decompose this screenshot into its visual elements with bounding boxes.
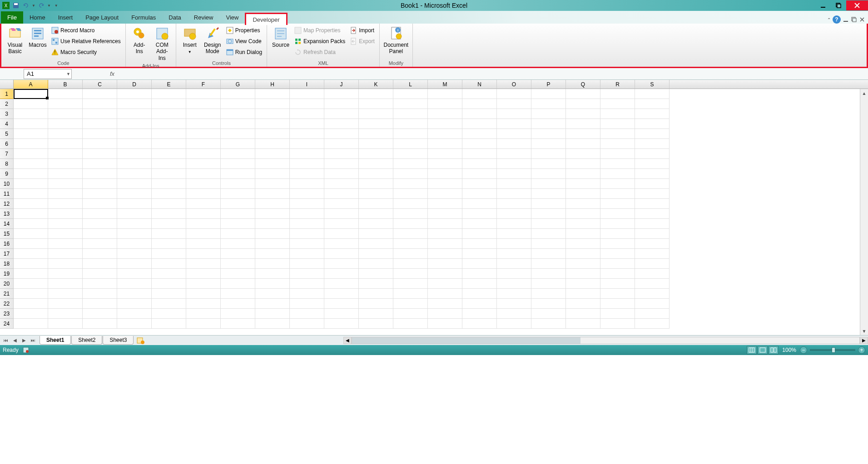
cell-C3[interactable] xyxy=(83,109,117,119)
cell-F6[interactable] xyxy=(186,139,221,149)
cell-B22[interactable] xyxy=(48,299,83,309)
cell-E12[interactable] xyxy=(152,199,186,209)
cell-E22[interactable] xyxy=(152,299,186,309)
cell-J6[interactable] xyxy=(324,139,359,149)
cell-B23[interactable] xyxy=(48,309,83,319)
select-all-corner[interactable] xyxy=(0,80,14,89)
cell-Q15[interactable] xyxy=(566,229,600,239)
cell-M5[interactable] xyxy=(428,129,462,139)
row-header-2[interactable]: 2 xyxy=(0,99,14,109)
cell-D20[interactable] xyxy=(117,279,152,289)
cell-C12[interactable] xyxy=(83,199,117,209)
cell-L13[interactable] xyxy=(393,209,428,219)
cell-N4[interactable] xyxy=(462,119,497,129)
record-macro-button[interactable]: Record Macro xyxy=(50,25,123,35)
row-header-20[interactable]: 20 xyxy=(0,279,14,289)
cell-D15[interactable] xyxy=(117,229,152,239)
cell-F23[interactable] xyxy=(186,309,221,319)
cell-K1[interactable] xyxy=(359,89,393,99)
cell-C23[interactable] xyxy=(83,309,117,319)
cell-N24[interactable] xyxy=(462,319,497,329)
cell-J19[interactable] xyxy=(324,269,359,279)
cell-S14[interactable] xyxy=(635,219,670,229)
cell-A20[interactable] xyxy=(14,279,48,289)
cell-I5[interactable] xyxy=(290,129,324,139)
cell-F16[interactable] xyxy=(186,239,221,249)
cell-I22[interactable] xyxy=(290,299,324,309)
cell-J7[interactable] xyxy=(324,149,359,159)
cell-Q21[interactable] xyxy=(566,289,600,299)
cell-K20[interactable] xyxy=(359,279,393,289)
cell-B24[interactable] xyxy=(48,319,83,329)
cell-D2[interactable] xyxy=(117,99,152,109)
col-header-B[interactable]: B xyxy=(48,80,83,89)
cell-M21[interactable] xyxy=(428,289,462,299)
row-header-22[interactable]: 22 xyxy=(0,299,14,309)
minimize-button[interactable] xyxy=(815,0,831,10)
cell-D23[interactable] xyxy=(117,309,152,319)
cell-Q7[interactable] xyxy=(566,149,600,159)
cell-F7[interactable] xyxy=(186,149,221,159)
view-normal-button[interactable] xyxy=(747,346,757,354)
cell-C7[interactable] xyxy=(83,149,117,159)
cell-H16[interactable] xyxy=(255,239,290,249)
cell-E11[interactable] xyxy=(152,189,186,199)
cell-M10[interactable] xyxy=(428,179,462,189)
qat-customize-icon[interactable]: ▼ xyxy=(55,4,58,8)
cell-C5[interactable] xyxy=(83,129,117,139)
cell-R14[interactable] xyxy=(600,219,635,229)
cell-D5[interactable] xyxy=(117,129,152,139)
cell-G24[interactable] xyxy=(221,319,255,329)
cell-K4[interactable] xyxy=(359,119,393,129)
cell-E8[interactable] xyxy=(152,159,186,169)
cell-P24[interactable] xyxy=(531,319,566,329)
cell-I20[interactable] xyxy=(290,279,324,289)
cell-K22[interactable] xyxy=(359,299,393,309)
cell-N9[interactable] xyxy=(462,169,497,179)
cell-M1[interactable] xyxy=(428,89,462,99)
cell-B14[interactable] xyxy=(48,219,83,229)
cell-C19[interactable] xyxy=(83,269,117,279)
scroll-down-icon[interactable]: ▼ xyxy=(860,327,868,335)
row-header-1[interactable]: 1 xyxy=(0,89,14,99)
cell-A14[interactable] xyxy=(14,219,48,229)
cell-S12[interactable] xyxy=(635,199,670,209)
cell-A16[interactable] xyxy=(14,239,48,249)
cell-G17[interactable] xyxy=(221,249,255,259)
cell-L21[interactable] xyxy=(393,289,428,299)
cell-Q2[interactable] xyxy=(566,99,600,109)
zoom-out-button[interactable]: − xyxy=(800,346,807,354)
cell-J17[interactable] xyxy=(324,249,359,259)
cell-H22[interactable] xyxy=(255,299,290,309)
cell-L22[interactable] xyxy=(393,299,428,309)
row-header-9[interactable]: 9 xyxy=(0,169,14,179)
cell-M24[interactable] xyxy=(428,319,462,329)
cell-I4[interactable] xyxy=(290,119,324,129)
cell-G5[interactable] xyxy=(221,129,255,139)
cell-K8[interactable] xyxy=(359,159,393,169)
cell-D7[interactable] xyxy=(117,149,152,159)
scroll-up-icon[interactable]: ▲ xyxy=(860,89,868,97)
cell-B9[interactable] xyxy=(48,169,83,179)
sheet-nav-last-icon[interactable]: ⏭ xyxy=(29,336,37,345)
cell-G11[interactable] xyxy=(221,189,255,199)
cell-B17[interactable] xyxy=(48,249,83,259)
name-box[interactable]: A1 ▼ xyxy=(24,69,72,79)
cell-E15[interactable] xyxy=(152,229,186,239)
vertical-scrollbar[interactable]: ▲ ▼ xyxy=(860,89,868,335)
cell-F10[interactable] xyxy=(186,179,221,189)
zoom-slider[interactable] xyxy=(810,349,855,351)
cell-K12[interactable] xyxy=(359,199,393,209)
cell-K3[interactable] xyxy=(359,109,393,119)
cell-J4[interactable] xyxy=(324,119,359,129)
cell-K11[interactable] xyxy=(359,189,393,199)
sheet-nav-prev-icon[interactable]: ◀ xyxy=(11,336,19,345)
row-header-4[interactable]: 4 xyxy=(0,119,14,129)
cell-P7[interactable] xyxy=(531,149,566,159)
tab-formulas[interactable]: Formulas xyxy=(125,11,162,24)
cell-I16[interactable] xyxy=(290,239,324,249)
row-header-18[interactable]: 18 xyxy=(0,259,14,269)
cell-H17[interactable] xyxy=(255,249,290,259)
cell-R18[interactable] xyxy=(600,259,635,269)
cell-Q22[interactable] xyxy=(566,299,600,309)
